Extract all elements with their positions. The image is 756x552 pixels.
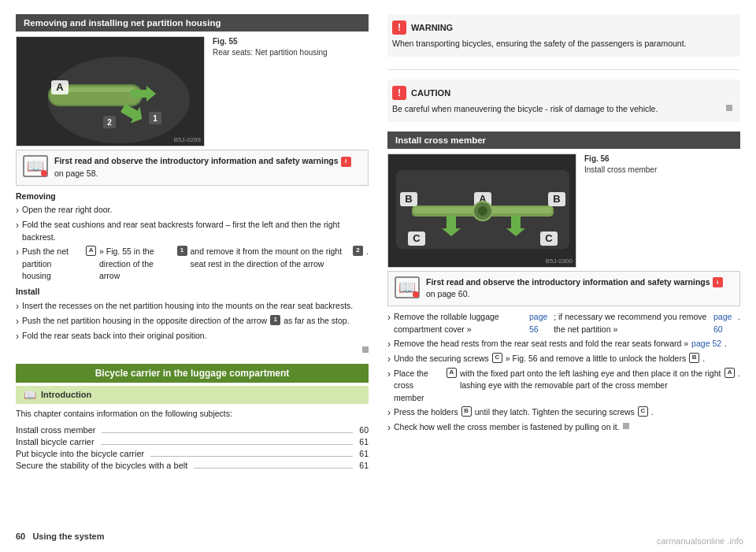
removing-item-2: Fold the seat cushions and rear seat bac… (16, 219, 369, 244)
removing-item-1: Open the rear right door. (16, 204, 369, 217)
section-title-net-partition: Removing and installing net partition ho… (24, 18, 220, 28)
step-1: Remove the rollable luggage compartment … (387, 311, 740, 336)
svg-point-30 (478, 206, 487, 216)
warning-text: When transporting bicycles, ensuring the… (392, 38, 732, 50)
install-item-3: Fold the rear seats back into their orig… (16, 330, 369, 343)
figure-55-id: B5J-0299 (174, 136, 201, 143)
caution-header: ! CAUTION (392, 86, 732, 100)
caution-box: ! CAUTION Be careful when maneuvering th… (387, 80, 740, 122)
removing-item-3: Push the net partition housing A » Fig. … (16, 246, 369, 283)
install-item-2: Push the net partition housing in the op… (16, 315, 369, 328)
safety-note-text-left: First read and observe the introductory … (54, 155, 361, 180)
intro-subsection: 📖 Introduction (16, 386, 369, 404)
section-net-partition: Removing and installing net partition ho… (16, 14, 369, 353)
install-section: Install Insert the recesses on the net p… (16, 286, 369, 343)
toc-row-4: Secure the stability of the bicycles wit… (16, 460, 369, 472)
safety-note-left: 📖 First read and observe the introductor… (16, 150, 369, 186)
figure-55-caption: Fig. 55 Rear seats: Net partition housin… (213, 36, 328, 58)
install-item-1: Insert the recesses on the net partition… (16, 300, 369, 313)
warning-badge-right: i (713, 277, 723, 287)
section-title-bicycle: Bicycle carrier in the luggage compartme… (95, 368, 290, 379)
step-6: Check how well the cross member is faste… (387, 421, 740, 435)
page-footer: 60 Using the system (16, 532, 105, 541)
table-of-contents: Install cross member 60 Install bicycle … (16, 424, 369, 472)
section-end-marker (362, 346, 369, 353)
figure-56-image: B B A C C (387, 154, 576, 268)
safety-note-text-right: First read and observe the introductory … (426, 276, 733, 302)
page-number: 60 (16, 532, 25, 541)
divider-1 (387, 69, 740, 70)
figure-56-id: B5J-0300 (546, 257, 573, 265)
right-column: ! WARNING When transporting bicycles, en… (387, 14, 740, 541)
watermark: carmanualsonline .info (657, 536, 743, 546)
section-header-bicycle: Bicycle carrier in the luggage compartme… (16, 364, 369, 383)
figure-56-caption: Fig. 56 Install cross member (584, 154, 657, 176)
removing-label: Removing (16, 191, 369, 203)
caution-text: Be careful when maneuvering the bicycle … (392, 103, 732, 116)
svg-text:2: 2 (107, 118, 112, 127)
toc-row-1: Install cross member 60 (16, 424, 369, 436)
warning-badge-left: i (341, 157, 351, 167)
install-list: Insert the recesses on the net partition… (16, 300, 369, 343)
step-3: Undo the securing screws C » Fig. 56 and… (387, 353, 740, 366)
svg-text:B: B (405, 193, 412, 205)
caution-end-marker (726, 105, 732, 111)
warning-box: ! WARNING When transporting bicycles, en… (387, 14, 740, 57)
safety-note-right: 📖 First read and observe the introductor… (387, 271, 740, 307)
svg-text:A: A (56, 81, 64, 93)
toc-row-2: Install bicycle carrier 61 (16, 436, 369, 448)
caution-icon: ! (392, 86, 406, 100)
removing-section: Removing Open the rear right door. Fold … (16, 191, 369, 283)
removing-list: Open the rear right door. Fold the seat … (16, 204, 369, 283)
install-label: Install (16, 286, 369, 298)
section-cross-member: Install cross member B (387, 132, 740, 436)
toc-row-3: Put bicycle into the bicycle carrier 61 (16, 448, 369, 460)
section-header-cross-member: Install cross member (387, 132, 740, 149)
section-end-marker-right (623, 423, 629, 429)
warning-title: WARNING (411, 23, 453, 32)
left-column: Removing and installing net partition ho… (16, 14, 369, 541)
step-4: Place the cross member A with the fixed … (387, 368, 740, 405)
footer-text: Using the system (32, 532, 104, 541)
section-bicycle-carrier: Bicycle carrier in the luggage compartme… (16, 364, 369, 472)
section-title-cross-member: Install cross member (395, 135, 486, 145)
book-icon: 📖 (23, 155, 48, 177)
svg-text:C: C (545, 232, 553, 244)
book-icon-right: 📖 (395, 276, 420, 298)
intro-text: This chapter contains information on the… (16, 408, 369, 420)
svg-text:1: 1 (153, 114, 158, 123)
svg-text:B: B (553, 193, 560, 205)
svg-text:C: C (413, 232, 421, 244)
warning-icon: ! (392, 20, 406, 35)
steps-list: Remove the rollable luggage compartment … (387, 311, 740, 435)
step-5: Press the holders B until they latch. Ti… (387, 406, 740, 420)
section-header-net-partition: Removing and installing net partition ho… (16, 14, 369, 31)
caution-title: CAUTION (411, 88, 450, 98)
intro-label: Introduction (41, 390, 91, 399)
figure-55-image: A 1 2 (16, 36, 205, 146)
cross-member-steps: Remove the rollable luggage compartment … (387, 311, 740, 435)
step-2: Remove the head rests from the rear seat… (387, 338, 740, 351)
warning-header: ! WARNING (392, 20, 732, 35)
